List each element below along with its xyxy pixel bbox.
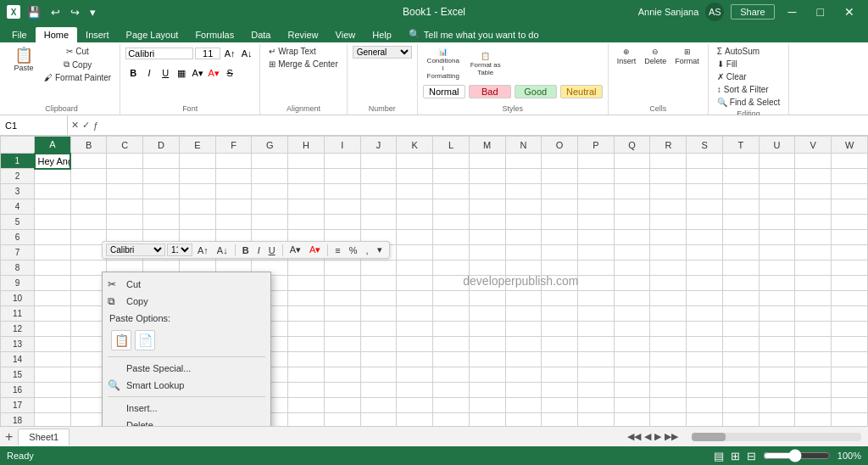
cell-m5[interactable] [469,215,505,230]
cell-v4[interactable] [795,199,832,215]
cell-t2[interactable] [722,169,759,184]
conditional-formatting-button[interactable]: 📊 Conditional Formatting [423,46,464,81]
cell-l17[interactable] [433,398,470,413]
tab-insert[interactable]: Insert [77,27,118,42]
col-header-G[interactable]: G [252,137,288,154]
cell-p14[interactable] [578,352,615,367]
cell-t8[interactable] [722,261,759,276]
cell-k16[interactable] [397,383,433,398]
cell-k2[interactable] [397,169,433,184]
cell-b2[interactable] [70,169,107,184]
cell-m11[interactable] [469,306,505,322]
cell-r14[interactable] [650,352,687,367]
cell-h15[interactable] [288,367,325,383]
cell-j11[interactable] [360,306,397,322]
cell-w3[interactable] [832,184,868,199]
cell-p10[interactable] [578,291,615,306]
cell-j16[interactable] [360,383,397,398]
cell-k14[interactable] [397,352,433,367]
cell-l10[interactable] [433,291,470,306]
cell-q5[interactable] [614,215,650,230]
cell-k18[interactable] [397,413,433,427]
row-num-2[interactable]: 2 [1,169,35,184]
confirm-icon[interactable]: ✓ [82,120,90,131]
cell-q13[interactable] [614,337,650,352]
delete-cells-button[interactable]: ⊖ Delete [641,46,670,67]
cell-u10[interactable] [759,291,795,306]
cell-a11[interactable] [35,306,71,322]
function-icon[interactable]: ƒ [93,120,98,131]
cell-w11[interactable] [832,306,868,322]
ctx-paste-icon-1[interactable]: 📋 [111,330,131,350]
row-num-1[interactable]: 1 [1,154,35,169]
cell-k9[interactable] [397,276,433,291]
cell-l3[interactable] [433,184,470,199]
cell-o13[interactable] [542,337,578,352]
scroll-left-btn[interactable]: ◀◀ [627,431,641,442]
cell-r7[interactable] [650,245,687,261]
cell-e2[interactable] [179,169,215,184]
cell-m8[interactable] [469,261,505,276]
cell-k12[interactable] [397,322,433,337]
zoom-slider[interactable] [763,449,831,462]
cell-n3[interactable] [505,184,542,199]
cell-u8[interactable] [759,261,795,276]
cell-l5[interactable] [433,215,470,230]
underline-button[interactable]: U [158,65,173,81]
cell-m18[interactable] [469,413,505,427]
cell-l18[interactable] [433,413,470,427]
cell-m2[interactable] [469,169,505,184]
cell-w5[interactable] [832,215,868,230]
cell-j2[interactable] [360,169,397,184]
cell-t9[interactable] [722,276,759,291]
cell-s11[interactable] [687,306,723,322]
tab-data[interactable]: Data [242,27,279,42]
tab-review[interactable]: Review [279,27,326,42]
cell-w14[interactable] [832,352,868,367]
cell-l15[interactable] [433,367,470,383]
row-num-8[interactable]: 8 [1,261,35,276]
cell-m1[interactable] [469,154,505,169]
cell-u1[interactable] [759,154,795,169]
cell-u4[interactable] [759,199,795,215]
cell-p16[interactable] [578,383,615,398]
cell-t12[interactable] [722,322,759,337]
merge-center-button[interactable]: ⊞ Merge & Center [265,59,342,70]
cell-p18[interactable] [578,413,615,427]
cell-m12[interactable] [469,322,505,337]
cell-h10[interactable] [288,291,325,306]
cell-p6[interactable] [578,230,615,245]
cell-k13[interactable] [397,337,433,352]
cell-c2[interactable] [107,169,143,184]
cell-q17[interactable] [614,398,650,413]
cell-h3[interactable] [288,184,325,199]
copy-button[interactable]: ⧉ Copy [41,59,114,70]
redo-btn[interactable]: ↪ [67,4,83,20]
cell-a15[interactable] [35,367,71,383]
cell-e4[interactable] [179,199,215,215]
cell-j8[interactable] [360,261,397,276]
cell-q7[interactable] [614,245,650,261]
cell-a16[interactable] [35,383,71,398]
cell-o17[interactable] [542,398,578,413]
mini-percent-btn[interactable]: % [346,244,361,256]
cell-q18[interactable] [614,413,650,427]
cell-b3[interactable] [70,184,107,199]
save-qat-btn[interactable]: 💾 [24,4,44,20]
cell-a9[interactable] [35,276,71,291]
font-size-decrease-btn[interactable]: A↓ [239,46,254,61]
cell-d2[interactable] [143,169,180,184]
cell-m6[interactable] [469,230,505,245]
cell-s5[interactable] [687,215,723,230]
col-header-C[interactable]: C [107,137,143,154]
cell-k17[interactable] [397,398,433,413]
cell-f3[interactable] [215,184,252,199]
tab-help[interactable]: Help [364,27,400,42]
mini-bold-btn[interactable]: B [239,244,253,256]
cell-k6[interactable] [397,230,433,245]
cell-j12[interactable] [360,322,397,337]
cell-s9[interactable] [687,276,723,291]
italic-button[interactable]: I [142,65,157,81]
ctx-smart-lookup[interactable]: 🔍 Smart Lookup [103,377,270,394]
cell-v9[interactable] [795,276,832,291]
